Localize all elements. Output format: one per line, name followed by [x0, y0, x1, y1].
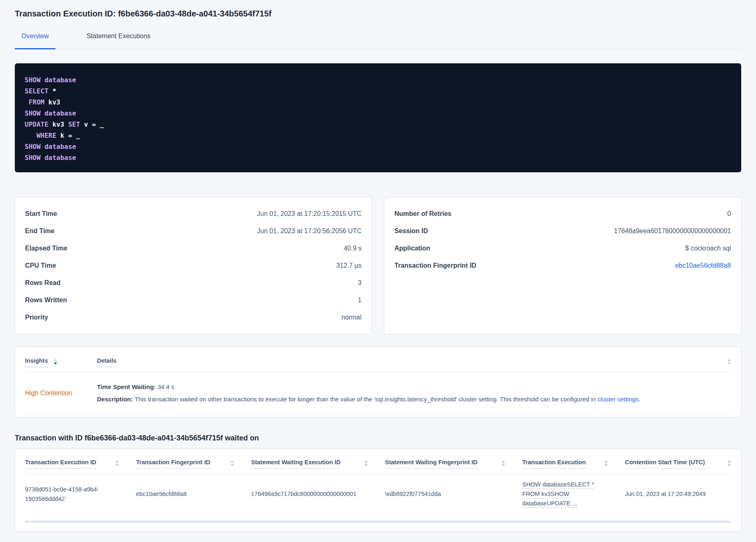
- stat-value: 1: [358, 296, 362, 304]
- sort-down-arrow-icon: [115, 464, 119, 466]
- description-suffix: .: [638, 396, 640, 403]
- table-row: 9738d051-bc0e-4158-a9b4-1903586ddd42 ebc…: [25, 474, 731, 515]
- stat-label: Number of Retries: [394, 210, 452, 218]
- stat-value: 17648a9eea6017800000000000000001: [614, 227, 731, 235]
- time-spent-waiting-value: 34.4 s: [156, 383, 174, 390]
- stat-row-cpu-time: CPU Time 312.7 µs: [25, 257, 362, 274]
- transaction-execution-page: Transaction Execution ID: f6be6366-da03-…: [0, 0, 756, 531]
- stat-value: 0: [727, 210, 731, 218]
- waited-on-table-header: Transaction Execution ID Transaction Fin…: [25, 449, 731, 474]
- description-label: Description:: [97, 396, 133, 403]
- stat-value: $ cockroach sql: [685, 245, 731, 252]
- header-cell-transaction-execution: Transaction Execution: [522, 459, 625, 469]
- header-cell-statement-waiting-execution-id: Statement Waiting Execution ID: [251, 459, 385, 469]
- stat-label: End Time: [25, 227, 55, 235]
- transaction-execution-statement-link[interactable]: SHOW databaseSELECT * FROM kv3SHOW datab…: [522, 480, 596, 508]
- sql-statements-box: SHOW database SELECT * FROM kv3 SHOW dat…: [15, 63, 741, 172]
- sort-up-arrow-icon: [604, 460, 608, 463]
- time-spent-waiting-label: Time Spent Waiting:: [97, 383, 156, 390]
- stat-row-application: Application $ cockroach sql: [394, 240, 731, 257]
- sort-up-arrow-icon: [364, 460, 368, 463]
- column-header[interactable]: Transaction Execution: [522, 459, 586, 469]
- session-info-card: Number of Retries 0 Session ID 17648a9ee…: [384, 197, 741, 334]
- sort-icon[interactable]: [728, 359, 731, 365]
- tab-bar: Overview Statement Executions: [15, 29, 741, 49]
- insights-column-header-cell: Insights: [25, 357, 97, 367]
- sort-up-arrow-icon: [728, 460, 731, 463]
- stat-value: normal: [341, 314, 362, 321]
- insights-column-header[interactable]: Insights: [25, 357, 48, 367]
- stat-label: Rows Written: [25, 296, 67, 304]
- sort-down-arrow-icon: [230, 464, 234, 466]
- stat-label: Application: [394, 245, 430, 252]
- column-header[interactable]: Contention Start Time (UTC): [625, 459, 705, 469]
- cell-statement-waiting-execution-id: 176498a9c717bdc80000000000000001: [251, 489, 385, 499]
- sort-icon[interactable]: [604, 460, 608, 466]
- sort-down-arrow-icon: [604, 464, 608, 466]
- sort-up-arrow-icon: [230, 460, 234, 463]
- details-column-header[interactable]: Details: [97, 357, 117, 367]
- sort-icon[interactable]: [115, 460, 119, 466]
- stat-label: Start Time: [25, 210, 57, 218]
- stat-value: Jun 01, 2023 at 17:20:15:2015 UTC: [257, 210, 362, 218]
- tab-overview[interactable]: Overview: [15, 29, 55, 49]
- sort-down-arrow-icon: [364, 464, 368, 466]
- sort-icon[interactable]: [230, 460, 234, 466]
- cell-transaction-fingerprint-id: ebc10ae56cfd88a8: [136, 489, 251, 499]
- page-title: Transaction Execution ID: f6be6366-da03-…: [15, 0, 741, 29]
- stat-label: Session ID: [394, 227, 428, 235]
- cell-transaction-execution-id: 9738d051-bc0e-4158-a9b4-1903586ddd42: [25, 485, 136, 504]
- insights-table-card: Insights Details High Contention Time Sp…: [15, 347, 741, 417]
- column-header[interactable]: Statement Waiting Execution ID: [251, 459, 341, 469]
- cell-statement-waiting-fingerprint-id: \xdb8922f077541dda: [385, 489, 522, 499]
- stat-value: 40.9 s: [343, 245, 362, 252]
- waited-on-table-card: Transaction Execution ID Transaction Fin…: [15, 449, 741, 531]
- insight-type-label: High Contention: [25, 389, 97, 397]
- insight-description: Description: This transaction waited on …: [97, 395, 731, 404]
- header-cell-transaction-execution-id: Transaction Execution ID: [25, 459, 136, 469]
- insights-table-header: Insights Details: [25, 347, 731, 373]
- stat-label: Rows Read: [25, 279, 60, 287]
- sort-icon[interactable]: [502, 460, 505, 466]
- column-header[interactable]: Transaction Execution ID: [25, 459, 96, 469]
- header-cell-transaction-fingerprint-id: Transaction Fingerprint ID: [136, 459, 251, 469]
- cell-transaction-execution: SHOW databaseSELECT * FROM kv3SHOW datab…: [522, 480, 625, 508]
- sql-code: SHOW database SELECT * FROM kv3 SHOW dat…: [25, 74, 731, 163]
- insight-row-high-contention: High Contention Time Spent Waiting: 34.4…: [25, 373, 731, 415]
- stat-label: Elapsed Time: [25, 245, 67, 252]
- header-cell-contention-start-time: Contention Start Time (UTC): [625, 459, 731, 469]
- sort-up-arrow-icon: [54, 359, 57, 361]
- sort-down-arrow-icon: [54, 362, 57, 365]
- sort-up-arrow-icon: [115, 460, 119, 463]
- stat-row-end-time: End Time Jun 01, 2023 at 17:20:56:2056 U…: [25, 222, 362, 240]
- stat-value: Jun 01, 2023 at 17:20:56:2056 UTC: [257, 227, 362, 235]
- cell-contention-start-time: Jun 01, 2023 at 17:20:49:2049: [625, 489, 731, 499]
- sort-down-arrow-icon: [728, 464, 731, 466]
- sort-down-arrow-icon: [502, 464, 505, 466]
- stat-row-retries: Number of Retries 0: [394, 205, 731, 222]
- cluster-settings-link[interactable]: cluster settings: [597, 396, 638, 403]
- time-spent-waiting: Time Spent Waiting: 34.4 s: [97, 382, 731, 392]
- execution-stats-card: Start Time Jun 01, 2023 at 17:20:15:2015…: [15, 197, 372, 334]
- header-cell-statement-waiting-fingerprint-id: Statement Waiting Fingerprint ID: [385, 459, 522, 469]
- horizontal-scrollbar[interactable]: [25, 521, 731, 523]
- summary-cards-row: Start Time Jun 01, 2023 at 17:20:15:2015…: [15, 197, 741, 334]
- stat-row-start-time: Start Time Jun 01, 2023 at 17:20:15:2015…: [25, 205, 362, 222]
- sort-icon[interactable]: [364, 460, 368, 466]
- sort-down-arrow-icon: [728, 362, 731, 365]
- transaction-fingerprint-link[interactable]: ebc10ae56cfd88a8: [675, 262, 731, 269]
- stat-value: 312.7 µs: [336, 262, 362, 269]
- sort-up-arrow-icon: [502, 460, 505, 463]
- stat-label: Priority: [25, 314, 48, 321]
- stat-row-session-id: Session ID 17648a9eea6017800000000000000…: [394, 222, 731, 240]
- column-header[interactable]: Transaction Fingerprint ID: [136, 459, 210, 469]
- stat-row-transaction-fingerprint: Transaction Fingerprint ID ebc10ae56cfd8…: [394, 257, 731, 274]
- sort-icon[interactable]: [54, 359, 57, 367]
- sort-icon[interactable]: [728, 460, 731, 466]
- tab-statement-executions[interactable]: Statement Executions: [80, 29, 157, 49]
- card-bottom-padding: [25, 415, 731, 417]
- waited-on-heading: Transaction with ID f6be6366-da03-48de-a…: [15, 434, 741, 442]
- stat-row-rows-written: Rows Written 1: [25, 292, 362, 309]
- stat-row-rows-read: Rows Read 3: [25, 274, 362, 292]
- column-header[interactable]: Statement Waiting Fingerprint ID: [385, 459, 477, 469]
